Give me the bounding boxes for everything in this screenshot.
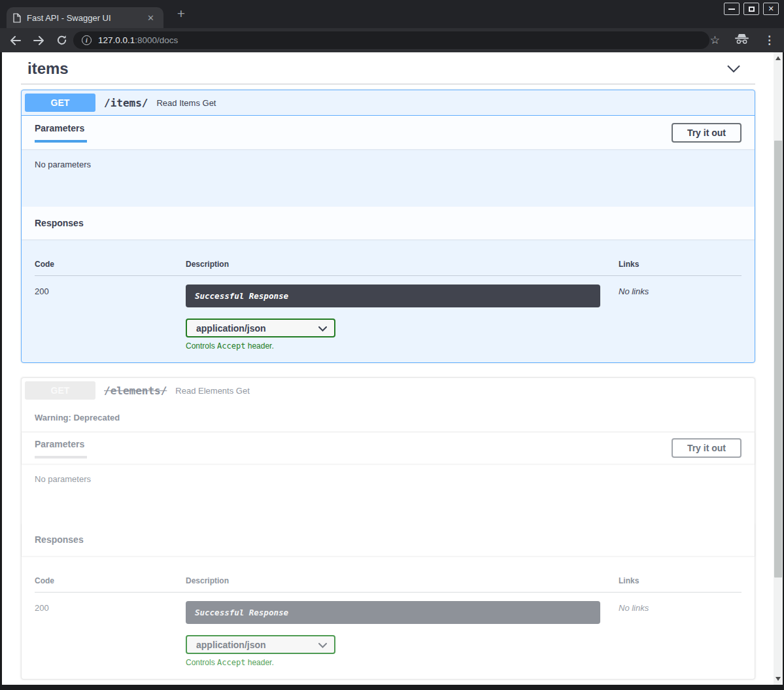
- responses-label: Responses: [35, 218, 84, 228]
- active-tab-underline: [35, 140, 87, 143]
- page-scrollbar[interactable]: [774, 52, 783, 685]
- try-it-out-button[interactable]: Try it out: [672, 438, 741, 458]
- incognito-icon: [734, 33, 749, 47]
- inactive-tab-underline: [35, 456, 87, 458]
- parameters-tab[interactable]: Parameters: [35, 122, 87, 143]
- select-chevron-icon: [318, 323, 327, 334]
- controls-accept-note: Controls Accept header.: [186, 658, 619, 667]
- try-it-out-button[interactable]: Try it out: [672, 123, 741, 143]
- minimize-icon: [728, 9, 735, 10]
- swagger-ui: items GET /items/ Read Items Get Paramet…: [2, 52, 774, 680]
- media-type-select[interactable]: application/json: [186, 635, 335, 654]
- maximize-button[interactable]: [743, 3, 759, 15]
- method-badge: GET: [25, 381, 95, 400]
- response-links: No links: [619, 285, 741, 351]
- tag-section-header[interactable]: items: [21, 60, 755, 84]
- tab-close-icon[interactable]: ✕: [145, 13, 157, 23]
- opblock-get-items: GET /items/ Read Items Get Parameters Tr…: [21, 90, 755, 363]
- responses-label: Responses: [35, 534, 84, 545]
- select-chevron-icon: [318, 640, 327, 650]
- parameters-tab[interactable]: Parameters: [35, 438, 87, 458]
- new-tab-button[interactable]: +: [172, 5, 190, 23]
- note-after: header.: [245, 341, 273, 351]
- code-column-header: Code: [35, 260, 186, 269]
- description-column-header: Description: [186, 260, 619, 269]
- back-icon[interactable]: [8, 33, 24, 48]
- response-links: No links: [619, 601, 741, 667]
- scroll-down-icon[interactable]: [775, 677, 781, 681]
- response-description-cell: Successful Response application/json Con…: [186, 285, 619, 351]
- opblock-summary[interactable]: GET /items/ Read Items Get: [22, 90, 755, 116]
- tab-strip: Fast API - Swagger UI ✕ + ✕: [0, 0, 784, 28]
- address-bar[interactable]: i 127.0.0.1:8000/docs: [73, 31, 709, 49]
- no-parameters-message: No parameters: [22, 149, 755, 207]
- method-badge: GET: [25, 94, 95, 112]
- links-column-header: Links: [619, 260, 741, 269]
- toolbar-right: ☆ ⋮: [710, 28, 775, 52]
- scroll-up-icon[interactable]: [775, 56, 781, 60]
- browser-tab[interactable]: Fast API - Swagger UI ✕: [7, 7, 163, 28]
- collapse-chevron-icon[interactable]: [726, 65, 741, 73]
- responses-table-head: Code Description Links: [35, 250, 741, 276]
- window-controls: ✕: [724, 3, 779, 15]
- responses-table-head: Code Description Links: [35, 567, 741, 593]
- note-before: Controls: [186, 658, 217, 667]
- parameters-header: Parameters Try it out: [22, 432, 755, 464]
- site-info-icon[interactable]: i: [82, 35, 92, 45]
- forward-icon[interactable]: [31, 33, 46, 48]
- maximize-icon: [749, 7, 755, 12]
- note-code: Accept: [217, 341, 245, 351]
- parameters-label: Parameters: [35, 123, 84, 133]
- responses-header: Responses: [22, 207, 755, 239]
- document-icon: [13, 13, 21, 23]
- nav-buttons: [8, 28, 69, 52]
- opblock-summary[interactable]: GET /elements/ Read Elements Get: [22, 378, 755, 403]
- responses-table: Code Description Links 200 Successful Re…: [22, 556, 755, 679]
- tab-title: Fast API - Swagger UI: [27, 13, 145, 23]
- tag-title: items: [27, 60, 69, 77]
- response-description: Successful Response: [186, 601, 600, 624]
- deprecated-warning: Warning: Deprecated: [22, 403, 755, 432]
- endpoint-path: /items/: [104, 97, 148, 109]
- controls-accept-note: Controls Accept header.: [186, 341, 619, 351]
- media-type-select[interactable]: application/json: [186, 319, 335, 337]
- response-code: 200: [35, 285, 186, 351]
- response-row-200: 200 Successful Response application/json…: [35, 276, 741, 351]
- reload-icon[interactable]: [54, 33, 69, 48]
- scrollbar-thumb[interactable]: [774, 141, 782, 578]
- no-parameters-message: No parameters: [22, 464, 755, 523]
- url-path: :8000/docs: [135, 35, 178, 45]
- response-code: 200: [35, 601, 186, 667]
- response-description: Successful Response: [186, 285, 600, 307]
- response-row-200: 200 Successful Response application/json…: [35, 593, 741, 667]
- note-before: Controls: [186, 341, 217, 351]
- description-column-header: Description: [186, 576, 619, 585]
- media-type-value: application/json: [196, 323, 266, 334]
- page-content: items GET /items/ Read Items Get Paramet…: [2, 52, 774, 685]
- browser-window: Fast API - Swagger UI ✕ + ✕ i 127.0.0.1:…: [0, 0, 784, 690]
- responses-table: Code Description Links 200 Successful Re…: [22, 239, 755, 362]
- parameters-label: Parameters: [35, 439, 84, 449]
- url-host: 127.0.0.1: [98, 35, 135, 45]
- close-button[interactable]: ✕: [763, 3, 779, 15]
- note-after: header.: [245, 658, 273, 667]
- bookmark-star-icon[interactable]: ☆: [710, 33, 720, 47]
- url-text[interactable]: 127.0.0.1:8000/docs: [98, 35, 178, 45]
- opblock-get-elements-deprecated: GET /elements/ Read Elements Get Warning…: [21, 377, 755, 680]
- endpoint-path: /elements/: [104, 385, 167, 397]
- browser-toolbar: i 127.0.0.1:8000/docs ☆ ⋮: [0, 28, 784, 52]
- note-code: Accept: [217, 658, 245, 667]
- media-type-value: application/json: [196, 640, 266, 650]
- links-column-header: Links: [619, 576, 741, 585]
- endpoint-summary: Read Elements Get: [175, 386, 249, 396]
- endpoint-summary: Read Items Get: [156, 98, 216, 108]
- minimize-button[interactable]: [724, 3, 740, 15]
- parameters-header: Parameters Try it out: [22, 116, 755, 149]
- browser-menu-icon[interactable]: ⋮: [764, 33, 775, 47]
- code-column-header: Code: [35, 576, 186, 585]
- responses-header: Responses: [22, 523, 755, 556]
- response-description-cell: Successful Response application/json Con…: [186, 601, 619, 667]
